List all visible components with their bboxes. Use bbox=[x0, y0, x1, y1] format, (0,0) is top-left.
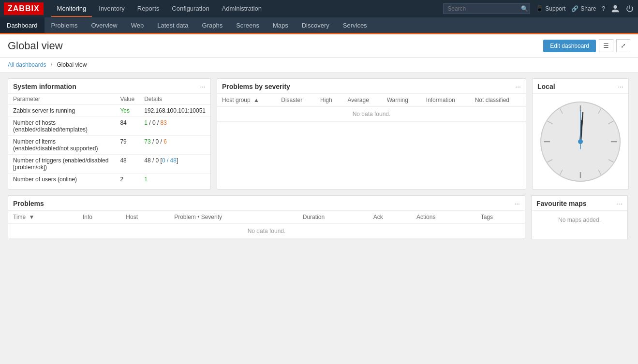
widget-clock-title: Local bbox=[537, 83, 555, 90]
nav-discovery[interactable]: Discovery bbox=[295, 17, 336, 34]
nav-web[interactable]: Web bbox=[124, 17, 151, 34]
nav-monitoring[interactable]: Monitoring bbox=[51, 1, 92, 17]
page-title: Global view bbox=[8, 40, 63, 52]
widget-clock-menu[interactable]: ··· bbox=[618, 83, 623, 90]
table-row: No data found. bbox=[217, 107, 526, 122]
sysinfo-value: 79 bbox=[115, 136, 139, 155]
severity-col-average: Average bbox=[342, 94, 382, 107]
dashboard-row-2: Problems ··· Time ▼ Info Host Problem • … bbox=[8, 195, 630, 239]
user-icon[interactable] bbox=[611, 4, 620, 13]
search-wrap: 🔍 bbox=[443, 3, 530, 14]
widget-favmaps-menu[interactable]: ··· bbox=[617, 200, 623, 207]
widget-severity-menu[interactable]: ··· bbox=[515, 83, 521, 90]
table-row: No data found. bbox=[8, 224, 525, 239]
table-row: Number of hosts (enabled/disabled/templa… bbox=[8, 117, 210, 136]
widget-clock-header: Local ··· bbox=[533, 79, 628, 94]
search-icon[interactable]: 🔍 bbox=[521, 5, 528, 12]
widget-system-information: System information ··· Parameter Value D… bbox=[8, 78, 211, 189]
nav-latest-data[interactable]: Latest data bbox=[150, 17, 195, 34]
sysinfo-value: 2 bbox=[115, 174, 139, 186]
widget-problems-by-severity: Problems by severity ··· Host group ▲ Di… bbox=[217, 78, 526, 189]
nav-administration[interactable]: Administration bbox=[216, 1, 267, 17]
breadcrumb-all-dashboards[interactable]: All dashboards bbox=[8, 61, 46, 68]
search-input[interactable] bbox=[443, 3, 530, 14]
problems-col-tags: Tags bbox=[476, 211, 525, 224]
widget-favourite-maps: Favourite maps ··· No maps added. bbox=[531, 195, 628, 239]
breadcrumb-current: Global view bbox=[57, 61, 87, 68]
nav-configuration[interactable]: Configuration bbox=[166, 1, 215, 17]
sysinfo-value: 48 bbox=[115, 155, 139, 174]
power-icon[interactable] bbox=[625, 4, 634, 13]
support-icon: 📱 bbox=[536, 5, 543, 12]
problems-col-info: Info bbox=[78, 211, 121, 224]
sysinfo-details: 48 / 0 [0 / 48] bbox=[139, 155, 210, 174]
table-row: Number of triggers (enabled/disabled [pr… bbox=[8, 155, 210, 174]
nav-services[interactable]: Services bbox=[336, 17, 374, 34]
nav-graphs[interactable]: Graphs bbox=[195, 17, 230, 34]
widget-severity-header: Problems by severity ··· bbox=[217, 79, 526, 94]
problems-table: Time ▼ Info Host Problem • Severity Dura… bbox=[8, 211, 525, 239]
nav-maps[interactable]: Maps bbox=[266, 17, 295, 34]
widget-problems: Problems ··· Time ▼ Info Host Problem • … bbox=[8, 195, 525, 239]
severity-col-warning: Warning bbox=[382, 94, 421, 107]
problems-col-actions: Actions bbox=[412, 211, 476, 224]
help-link[interactable]: ? bbox=[602, 5, 605, 12]
nav-screens[interactable]: Screens bbox=[229, 17, 266, 34]
widget-favmaps-header: Favourite maps ··· bbox=[532, 196, 627, 211]
support-link[interactable]: 📱 Support bbox=[536, 5, 565, 12]
no-data-message: No data found. bbox=[217, 107, 526, 122]
sysinfo-param: Number of hosts (enabled/disabled/templa… bbox=[8, 117, 115, 136]
header-actions: Edit dashboard ☰ ⤢ bbox=[543, 39, 630, 52]
top-nav-right: 🔍 📱 Support 🔗 Share ? bbox=[443, 3, 634, 14]
nav-inventory[interactable]: Inventory bbox=[93, 1, 130, 17]
clock-face bbox=[539, 101, 622, 183]
sysinfo-table: Parameter Value Details Zabbix server is… bbox=[8, 94, 210, 185]
problems-col-time[interactable]: Time ▼ bbox=[8, 211, 78, 224]
widget-sysinfo-header: System information ··· bbox=[8, 79, 210, 94]
sysinfo-details: 1 bbox=[139, 174, 210, 186]
nav-reports[interactable]: Reports bbox=[132, 1, 165, 17]
dashboard-row-1: System information ··· Parameter Value D… bbox=[8, 78, 630, 189]
widget-problems-title: Problems bbox=[13, 200, 44, 207]
top-navigation: ZABBIX Monitoring Inventory Reports Conf… bbox=[0, 0, 638, 17]
edit-dashboard-button[interactable]: Edit dashboard bbox=[543, 40, 596, 52]
dashboard-list-button[interactable]: ☰ bbox=[599, 39, 613, 52]
widget-problems-menu[interactable]: ··· bbox=[514, 200, 520, 207]
sysinfo-scroll[interactable]: Parameter Value Details Zabbix server is… bbox=[8, 94, 210, 189]
severity-col-hostgroup[interactable]: Host group ▲ bbox=[217, 94, 276, 107]
share-link[interactable]: 🔗 Share bbox=[571, 5, 596, 12]
clock-container bbox=[533, 94, 628, 189]
sort-arrow-hostgroup: ▲ bbox=[253, 97, 259, 103]
severity-col-high: High bbox=[315, 94, 342, 107]
svg-point-16 bbox=[578, 139, 583, 144]
page-header: Global view Edit dashboard ☰ ⤢ bbox=[0, 34, 638, 58]
severity-col-information: Information bbox=[421, 94, 470, 107]
second-navigation: Dashboard Problems Overview Web Latest d… bbox=[0, 17, 638, 34]
sysinfo-value: 84 bbox=[115, 117, 139, 136]
nav-overview[interactable]: Overview bbox=[85, 17, 124, 34]
severity-col-disaster: Disaster bbox=[276, 94, 315, 107]
sysinfo-param: Number of triggers (enabled/disabled [pr… bbox=[8, 155, 115, 174]
problems-col-host: Host bbox=[121, 211, 169, 224]
sysinfo-details: 192.168.100.101:10051 bbox=[139, 105, 210, 117]
top-nav-links: Monitoring Inventory Reports Configurati… bbox=[51, 1, 444, 17]
sysinfo-details: 1 / 0 / 83 bbox=[139, 117, 210, 136]
widget-favmaps-title: Favourite maps bbox=[536, 200, 586, 207]
zabbix-logo: ZABBIX bbox=[4, 2, 44, 15]
dashboard-fullscreen-button[interactable]: ⤢ bbox=[616, 39, 630, 52]
severity-col-not-classified: Not classified bbox=[470, 94, 526, 107]
nav-problems[interactable]: Problems bbox=[45, 17, 85, 34]
widget-sysinfo-menu[interactable]: ··· bbox=[200, 83, 206, 90]
sysinfo-col-parameter: Parameter bbox=[8, 94, 115, 105]
nav-dashboard[interactable]: Dashboard bbox=[0, 17, 45, 34]
problems-col-problem: Problem • Severity bbox=[169, 211, 298, 224]
table-row: Number of users (online) 2 1 bbox=[8, 174, 210, 186]
severity-table: Host group ▲ Disaster High Average Warni… bbox=[217, 94, 526, 122]
sysinfo-value: Yes bbox=[115, 105, 139, 117]
share-icon: 🔗 bbox=[571, 5, 579, 12]
no-data-message: No data found. bbox=[8, 224, 525, 239]
breadcrumb-separator: / bbox=[51, 61, 52, 68]
table-row: Zabbix server is running Yes 192.168.100… bbox=[8, 105, 210, 117]
sysinfo-param: Number of items (enabled/disabled/not su… bbox=[8, 136, 115, 155]
sysinfo-param: Zabbix server is running bbox=[8, 105, 115, 117]
